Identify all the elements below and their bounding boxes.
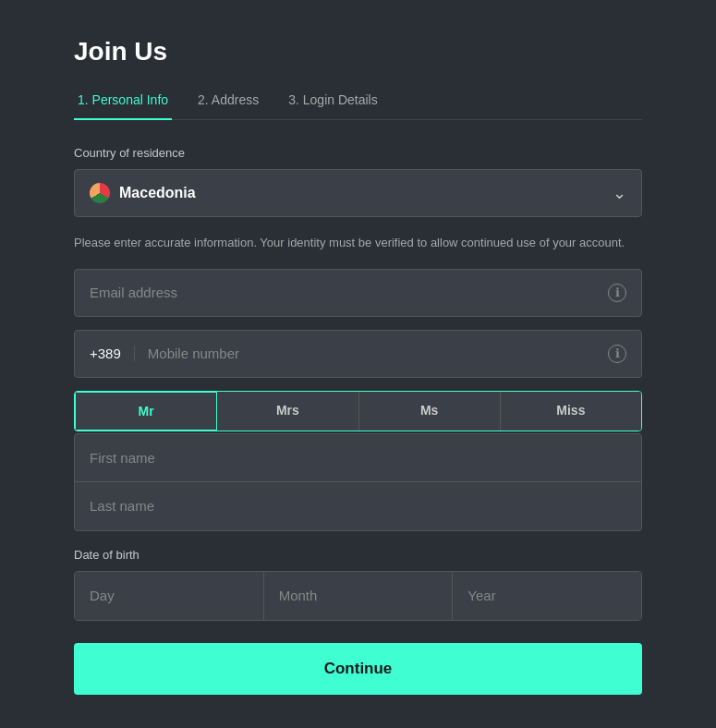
title-ms[interactable]: Ms — [359, 392, 501, 431]
first-name-row — [75, 434, 641, 482]
info-notice: Please enter accurate information. Your … — [74, 234, 642, 252]
last-name-input[interactable] — [90, 498, 626, 514]
dob-day-input[interactable] — [90, 588, 249, 603]
first-name-input[interactable] — [90, 450, 626, 466]
email-field-wrapper: ℹ — [74, 269, 642, 317]
email-info-icon[interactable]: ℹ — [608, 284, 626, 302]
tab-personal[interactable]: 1. Personal Info — [74, 85, 172, 120]
last-name-row — [75, 482, 641, 530]
continue-button[interactable]: Continue — [74, 643, 642, 695]
email-input[interactable] — [90, 285, 608, 300]
dob-month-input[interactable] — [279, 588, 438, 603]
flag-icon — [90, 183, 110, 203]
phone-field-wrapper: +389 ℹ — [74, 330, 642, 378]
dob-label: Date of birth — [74, 548, 642, 562]
country-select-left: Macedonia — [90, 183, 196, 203]
chevron-down-icon: ⌄ — [613, 183, 626, 203]
country-name: Macedonia — [119, 185, 196, 201]
page-title: Join Us — [74, 37, 642, 67]
phone-prefix: +389 — [90, 346, 135, 361]
phone-input[interactable] — [148, 346, 608, 361]
country-label: Country of residence — [74, 146, 642, 160]
dob-month-field — [264, 572, 454, 620]
title-mr[interactable]: Mr — [75, 392, 217, 431]
tab-login[interactable]: 3. Login Details — [285, 85, 382, 119]
country-select[interactable]: Macedonia ⌄ — [74, 169, 642, 217]
title-miss[interactable]: Miss — [501, 392, 641, 431]
title-mrs[interactable]: Mrs — [217, 392, 358, 431]
tab-bar: 1. Personal Info 2. Address 3. Login Det… — [74, 85, 642, 120]
tab-address[interactable]: 2. Address — [194, 85, 262, 119]
dob-group — [74, 571, 642, 621]
dob-year-input[interactable] — [467, 588, 626, 603]
title-selector: Mr Mrs Ms Miss — [74, 391, 642, 431]
name-group — [74, 433, 642, 531]
dob-day-field — [75, 572, 264, 620]
phone-info-icon[interactable]: ℹ — [608, 345, 626, 363]
dob-year-field — [453, 572, 641, 620]
page-container: Join Us 1. Personal Info 2. Address 3. L… — [0, 0, 716, 728]
